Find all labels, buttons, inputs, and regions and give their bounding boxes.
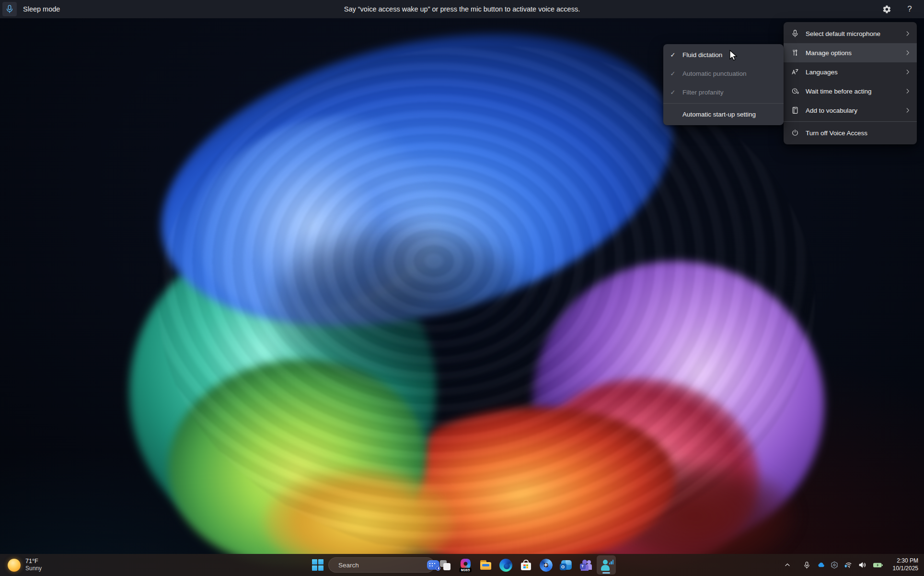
checkmark-icon: ✓ — [669, 89, 677, 96]
submenu-item-automatic-punctuation: ✓ Automatic punctuation — [663, 64, 784, 83]
voice-access-mic-button[interactable] — [2, 2, 17, 16]
wifi-shield-icon — [843, 560, 853, 570]
chevron-right-icon — [904, 49, 911, 56]
taskbar-app-m365-copilot[interactable]: M365 — [456, 555, 475, 575]
onedrive-cloud-icon — [816, 560, 825, 570]
voice-access-settings-menu: Select default microphone Manage options… — [784, 22, 917, 144]
windows-logo-icon — [312, 559, 324, 571]
weather-temperature: 71°F — [25, 558, 42, 565]
task-view-icon — [439, 559, 452, 572]
phone-link-icon — [540, 559, 553, 572]
gear-icon — [882, 5, 891, 14]
teams-icon: T — [580, 559, 593, 572]
clock-time: 2:30 PM — [893, 557, 918, 565]
outlook-icon: O — [560, 559, 573, 572]
microphone-icon — [790, 29, 800, 38]
taskbar-app-voice-access[interactable] — [597, 555, 616, 575]
running-indicator — [602, 572, 610, 574]
book-icon — [790, 106, 800, 115]
microphone-icon — [803, 561, 811, 569]
submenu-item-automatic-start-up-setting[interactable]: Automatic start-up setting — [663, 105, 784, 124]
menu-separator — [784, 121, 917, 122]
show-hidden-icons-button[interactable] — [781, 557, 794, 573]
submenu-item-fluid-dictation[interactable]: ✓ Fluid dictation — [663, 46, 784, 64]
tray-onedrive-button[interactable] — [813, 557, 828, 573]
taskbar: 71°F Sunny M365 — [0, 554, 924, 576]
search-box[interactable] — [328, 557, 435, 573]
hexagon-chip-icon — [830, 561, 839, 569]
microphone-icon — [5, 4, 14, 14]
chevron-right-icon — [904, 30, 911, 37]
weather-condition: Sunny — [25, 565, 42, 572]
taskbar-app-phone-link[interactable] — [536, 555, 555, 575]
microsoft-store-icon — [520, 559, 532, 572]
language-icon — [790, 67, 800, 77]
file-explorer-icon — [479, 559, 492, 572]
chevron-right-icon — [904, 88, 911, 94]
menu-item-wait-time-before-acting[interactable]: Wait time before acting — [784, 82, 917, 101]
m365-copilot-icon: M365 — [459, 559, 472, 572]
edge-icon — [499, 559, 512, 572]
tray-system-utility-button[interactable] — [828, 557, 841, 573]
start-button[interactable] — [308, 555, 327, 575]
tray-microphone-button[interactable] — [800, 557, 813, 573]
menu-item-select-default-microphone[interactable]: Select default microphone — [784, 24, 917, 43]
menu-item-languages[interactable]: Languages — [784, 62, 917, 82]
voice-access-settings-button[interactable] — [881, 3, 892, 15]
clock-icon — [790, 86, 800, 96]
voice-access-hint-text: Say “voice access wake up” or press the … — [201, 5, 723, 13]
checkmark-icon: ✓ — [669, 51, 677, 59]
checkmark-icon: ✓ — [669, 70, 677, 77]
menu-separator — [663, 103, 784, 104]
voice-access-app-icon — [600, 559, 613, 572]
menu-item-add-to-vocabulary[interactable]: Add to vocabulary — [784, 101, 917, 120]
tray-volume-button[interactable] — [855, 557, 870, 573]
tools-icon — [790, 48, 800, 58]
power-icon — [790, 128, 800, 138]
clock-widget[interactable]: 2:30 PM 10/1/2025 — [891, 557, 920, 573]
tray-battery-button[interactable] — [870, 557, 886, 573]
weather-widget[interactable]: 71°F Sunny — [8, 554, 42, 576]
tray-network-button[interactable] — [841, 557, 855, 573]
taskbar-app-teams[interactable]: T — [577, 555, 596, 575]
chevron-right-icon — [904, 107, 911, 114]
voice-access-state-label: Sleep mode — [23, 5, 60, 13]
mouse-cursor — [729, 50, 739, 61]
taskbar-app-outlook[interactable]: O — [556, 555, 576, 575]
sun-icon — [8, 559, 21, 572]
voice-access-help-button[interactable]: ? — [904, 3, 915, 15]
speaker-icon — [858, 560, 867, 570]
chevron-up-icon — [784, 561, 791, 569]
task-view-button[interactable] — [436, 555, 455, 575]
taskbar-app-file-explorer[interactable] — [476, 555, 495, 575]
manage-options-submenu: ✓ Fluid dictation ✓ Automatic punctuatio… — [663, 44, 784, 125]
taskbar-app-edge[interactable] — [496, 555, 515, 575]
clock-date: 10/1/2025 — [893, 565, 918, 573]
menu-item-manage-options[interactable]: Manage options — [784, 43, 917, 62]
taskbar-app-microsoft-store[interactable] — [516, 555, 535, 575]
submenu-item-filter-profanity: ✓ Filter profanity — [663, 83, 784, 102]
chevron-right-icon — [904, 69, 911, 75]
menu-item-turn-off-voice-access[interactable]: Turn off Voice Access — [784, 123, 917, 142]
voice-access-bar: Sleep mode Say “voice access wake up” or… — [0, 0, 924, 18]
search-input[interactable] — [338, 562, 423, 569]
battery-charging-icon — [872, 560, 884, 570]
